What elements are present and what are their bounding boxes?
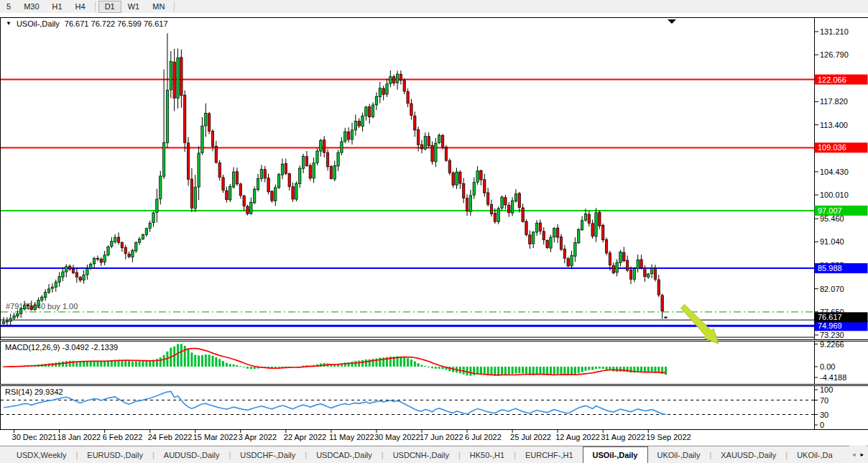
- timeframe-button-h4[interactable]: H4: [69, 1, 92, 13]
- price-chart-canvas[interactable]: #79102440 buy 1.00131.210126.790122.3051…: [0, 13, 868, 463]
- candle-down: [480, 171, 482, 180]
- candle-up: [229, 186, 231, 199]
- candle-up: [142, 234, 144, 239]
- tab-ukoil-da[interactable]: UKOil-,Da: [788, 446, 842, 463]
- macd-histogram-bar: [469, 367, 471, 376]
- macd-histogram-bar: [487, 367, 489, 375]
- current-price-badge-label: 76.617: [818, 313, 842, 321]
- timeframe-button-mn[interactable]: MN: [146, 1, 171, 13]
- candle-up: [45, 293, 47, 298]
- candle-down: [75, 272, 78, 277]
- macd-histogram-bar: [606, 367, 608, 370]
- macd-histogram-bar: [508, 367, 510, 375]
- macd-histogram-bar: [560, 367, 563, 375]
- tab-usdx-weekly[interactable]: USDX,Weekly: [7, 446, 75, 463]
- level-price-badge-label: 74.969: [818, 321, 842, 330]
- candle-up: [170, 62, 172, 90]
- timeframe-button-d1[interactable]: D1: [98, 1, 121, 13]
- macd-histogram-bar: [512, 367, 514, 375]
- macd-histogram-bar: [142, 361, 144, 367]
- candle-up: [58, 277, 60, 283]
- tab-usdcad-daily[interactable]: USDCAD-,Daily: [307, 446, 382, 463]
- tab-hk50-h1[interactable]: HK50-,H1: [461, 446, 514, 463]
- candle-down: [239, 184, 241, 196]
- macd-histogram-bar: [539, 367, 541, 375]
- macd-histogram-bar: [588, 367, 590, 370]
- macd-histogram-bar: [431, 367, 433, 368]
- candle-up: [371, 105, 374, 116]
- date-label: 30 May 2022: [374, 433, 420, 441]
- candle-down: [556, 228, 558, 237]
- tab-eurusd-daily[interactable]: EURUSD-,Daily: [78, 446, 152, 463]
- timeframe-button-h1[interactable]: H1: [46, 1, 69, 13]
- tab-usdchf-daily[interactable]: USDCHF-,Daily: [231, 446, 305, 463]
- macd-histogram-bar: [222, 361, 224, 367]
- candle-down: [428, 137, 430, 146]
- macd-histogram-bar: [424, 366, 426, 367]
- tab-usdcnh-daily[interactable]: USDCNH-,Daily: [384, 446, 458, 463]
- candle-up: [337, 152, 339, 166]
- candle-up: [375, 96, 377, 105]
- macd-histogram-bar: [619, 367, 622, 372]
- macd-histogram-bar: [236, 365, 238, 367]
- candle-down: [486, 193, 489, 204]
- candle-down: [518, 193, 520, 208]
- macd-histogram-bar: [361, 360, 364, 367]
- candle-up: [34, 306, 36, 310]
- macd-histogram-bar: [278, 367, 280, 367]
- candle-up: [295, 183, 297, 199]
- tab-usoil-daily[interactable]: USOil-,Daily: [583, 446, 648, 463]
- candle-down: [117, 237, 119, 242]
- candle-up: [17, 313, 19, 316]
- tab-scroll-left[interactable]: ◂: [852, 451, 856, 458]
- macd-histogram-bar: [128, 361, 130, 367]
- macd-histogram-bar: [599, 367, 601, 369]
- candle-down: [288, 174, 290, 187]
- candle-up: [65, 267, 68, 272]
- price-tick-label: 117.820: [820, 97, 848, 106]
- candle-down: [623, 252, 625, 261]
- date-label: 24 Feb 2022: [148, 433, 193, 441]
- candle-down: [463, 183, 465, 198]
- candle-up: [581, 221, 583, 230]
- price-tick-label: 126.790: [820, 50, 849, 59]
- candle-up: [62, 272, 64, 277]
- toolbar-separator: [174, 1, 175, 12]
- macd-histogram-bar: [480, 367, 482, 374]
- macd-histogram-bar: [205, 354, 207, 367]
- timeframe-button-w1[interactable]: W1: [121, 1, 147, 13]
- candle-up: [616, 262, 618, 272]
- macd-axis-label: 0.00: [820, 362, 835, 371]
- candle-down: [420, 145, 423, 149]
- candle-up: [501, 197, 503, 208]
- macd-histogram-bar: [403, 357, 405, 367]
- macd-histogram-bar: [504, 367, 507, 375]
- tab-xauusd-daily[interactable]: XAUUSD-,Daily: [711, 446, 785, 463]
- candle-up: [595, 213, 597, 237]
- tab-eurchf-h1[interactable]: EURCHF-,H1: [516, 446, 583, 463]
- candle-up: [571, 256, 573, 266]
- candle-down: [323, 140, 326, 152]
- macd-histogram-bar: [180, 344, 183, 367]
- candle-up: [341, 142, 343, 152]
- macd-histogram-bar: [525, 367, 527, 375]
- candle-down: [654, 269, 656, 280]
- macd-histogram-bar: [86, 362, 88, 367]
- tab-ukoil-daily[interactable]: UKOil-,Daily: [648, 446, 710, 463]
- candle-down: [226, 191, 228, 200]
- tab-scroll-right[interactable]: ▸: [860, 451, 864, 458]
- candle-down: [292, 187, 294, 199]
- candle-up: [131, 251, 134, 257]
- date-label: 6 Jul 2022: [465, 433, 502, 441]
- macd-histogram-bar: [651, 367, 653, 372]
- macd-axis-label: -4.4188: [820, 373, 846, 382]
- candle-up: [320, 140, 322, 151]
- candle-down: [309, 165, 311, 178]
- candle-down: [644, 268, 646, 277]
- candle-down: [602, 225, 604, 239]
- candle-up: [438, 135, 440, 142]
- candle-up: [574, 242, 576, 256]
- timeframe-button-5[interactable]: 5: [0, 1, 17, 13]
- timeframe-button-m30[interactable]: M30: [17, 1, 45, 13]
- tab-audusd-daily[interactable]: AUDUSD-,Daily: [154, 446, 229, 463]
